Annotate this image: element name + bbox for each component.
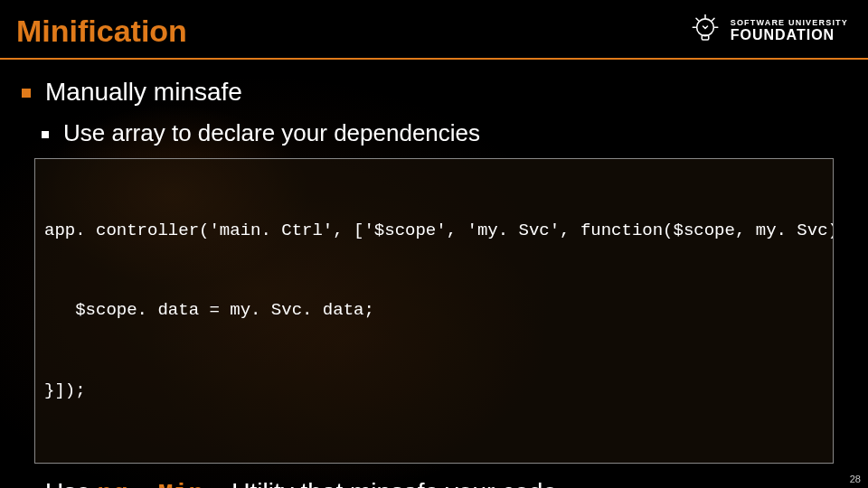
code-line: app. controller('main. Ctrl', ['$scope',… — [44, 218, 824, 244]
bullet-level-2: Use array to declare your dependencies — [42, 119, 846, 147]
slide-body: Manually minsafe Use array to declare yo… — [0, 60, 868, 488]
page-number: 28 — [850, 474, 861, 484]
text-span: – Utility that minsafe your code — [203, 478, 557, 488]
logo-text: SOFTWARE UNIVERSITY FOUNDATION — [731, 19, 848, 42]
bullet-text: Use array to declare your dependencies — [63, 119, 480, 147]
code-span: ng. Min — [98, 480, 204, 488]
bullet-text: Manually minsafe — [45, 78, 242, 107]
text-span: Use — [45, 478, 98, 488]
svg-point-0 — [696, 19, 713, 36]
svg-rect-1 — [702, 35, 709, 40]
bullet-level-1: Use ng. Min – Utility that minsafe your … — [22, 478, 846, 488]
logo: SOFTWARE UNIVERSITY FOUNDATION — [687, 13, 852, 49]
svg-line-4 — [696, 18, 699, 21]
bullet-level-1: Manually minsafe — [22, 78, 846, 107]
lightbulb-icon — [687, 13, 723, 49]
bullet-text: Use ng. Min – Utility that minsafe your … — [45, 478, 557, 488]
logo-line-2: FOUNDATION — [731, 28, 848, 42]
bullet-square-icon — [22, 89, 31, 98]
code-block: app. controller('main. Ctrl', ['$scope',… — [34, 158, 834, 464]
logo-line-1: SOFTWARE UNIVERSITY — [731, 19, 848, 27]
code-line: $scope. data = my. Svc. data; — [44, 297, 824, 324]
title-bar: Minification SOFTWARE UNIVERSITY FOUNDAT… — [0, 0, 868, 60]
code-line: }]); — [44, 378, 824, 404]
slide-title: Minification — [16, 14, 187, 49]
bullet-square-small-icon — [42, 131, 49, 138]
svg-line-3 — [712, 18, 714, 21]
slide: Minification SOFTWARE UNIVERSITY FOUNDAT… — [0, 0, 868, 488]
